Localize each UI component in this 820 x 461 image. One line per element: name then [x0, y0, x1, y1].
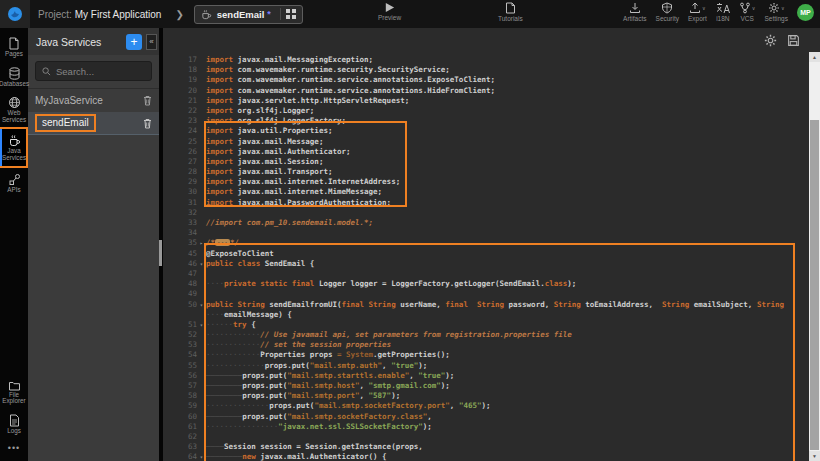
export-button[interactable]: ∨ Export: [688, 2, 707, 22]
fold-marker[interactable]: [197, 289, 206, 299]
tutorials-button[interactable]: Tutorials: [498, 2, 523, 22]
i18n-button[interactable]: i18N: [716, 2, 730, 22]
fold-marker[interactable]: [197, 187, 206, 197]
fold-marker[interactable]: [197, 218, 206, 228]
chevron-down-icon: ∨: [752, 5, 756, 11]
sidebar-item-logs[interactable]: Logs: [0, 409, 28, 439]
fold-marker[interactable]: [197, 361, 206, 371]
scroll-up-arrow[interactable]: ▲: [809, 52, 820, 62]
api-connector-icon: [8, 173, 21, 186]
fold-marker[interactable]: ▾: [197, 452, 206, 461]
fold-marker[interactable]: [197, 381, 206, 391]
fold-marker[interactable]: [197, 422, 206, 432]
fold-marker[interactable]: [197, 350, 206, 360]
vcs-button[interactable]: ∨ VCS: [739, 2, 756, 22]
scroll-down-arrow[interactable]: ▼: [809, 451, 820, 461]
add-java-service-button[interactable]: +: [126, 34, 142, 50]
grid-icon[interactable]: [286, 9, 296, 19]
sidebar-item-file-explorer[interactable]: File Explorer: [0, 375, 28, 409]
preview-button[interactable]: Preview: [378, 2, 401, 21]
sidebar-item-pages[interactable]: Pages: [0, 32, 28, 62]
code-line: 45@ExposeToClient: [163, 249, 809, 259]
code-area[interactable]: 17import javax.mail.MessagingException;1…: [163, 52, 809, 461]
fold-marker[interactable]: [197, 116, 206, 126]
fold-marker[interactable]: [197, 279, 206, 289]
search-input[interactable]: Search...: [35, 61, 152, 81]
trash-icon[interactable]: [143, 95, 152, 106]
fold-marker[interactable]: [197, 401, 206, 411]
settings-button[interactable]: ∨ Settings: [765, 2, 789, 22]
code-text: ────────props.put("mail.smtp.socketFacto…: [206, 412, 432, 422]
fold-marker[interactable]: ▾: [197, 259, 206, 269]
fold-marker[interactable]: [197, 75, 206, 85]
code-text: import javax.mail.internet.InternetAddre…: [206, 177, 400, 187]
code-line: 49: [163, 289, 809, 299]
sidebar-item-web-services[interactable]: Web Services: [0, 91, 28, 127]
code-text: import org.slf4j.Logger;: [206, 106, 314, 116]
vertical-scrollbar[interactable]: ▲ ▼: [809, 52, 820, 461]
fold-marker[interactable]: [197, 147, 206, 157]
code-text: import javax.mail.PasswordAuthentication…: [206, 198, 391, 208]
line-number: 60: [163, 412, 197, 422]
fold-marker[interactable]: [197, 106, 206, 116]
fold-marker[interactable]: [197, 310, 206, 320]
user-avatar[interactable]: MP: [797, 4, 814, 21]
fold-marker[interactable]: [197, 208, 206, 218]
fold-marker[interactable]: [197, 412, 206, 422]
list-item-sendemail[interactable]: sendEmail: [28, 112, 159, 135]
project-label: Project:: [38, 9, 72, 20]
fold-marker[interactable]: ▸: [197, 238, 206, 248]
line-number: 17: [163, 55, 197, 65]
fold-marker[interactable]: [197, 340, 206, 350]
fold-marker[interactable]: [197, 371, 206, 381]
editor-toolbar: [163, 28, 820, 52]
line-number: 63: [163, 442, 197, 452]
sidebar-item-more[interactable]: •••: [0, 439, 28, 461]
fold-marker[interactable]: [197, 157, 206, 167]
fold-marker[interactable]: [197, 432, 206, 442]
code-line: 55·············props.put("mail.smtp.auth…: [163, 361, 809, 371]
database-icon: [8, 67, 21, 80]
resize-handle[interactable]: [159, 240, 162, 266]
topbar: Project: My First Application ❯ sendEmai…: [0, 0, 820, 28]
wavemaker-logo-icon[interactable]: [0, 0, 30, 28]
fold-marker[interactable]: [197, 96, 206, 106]
fold-marker[interactable]: [197, 198, 206, 208]
editor-settings-button[interactable]: [764, 34, 777, 47]
sidebar-item-java-services[interactable]: Java Services: [0, 127, 28, 167]
collapse-panel-button[interactable]: «: [146, 34, 157, 50]
fold-marker[interactable]: [197, 442, 206, 452]
fold-marker[interactable]: [197, 391, 206, 401]
fold-marker[interactable]: ▾: [197, 300, 206, 310]
search-icon: [42, 67, 51, 76]
fold-marker[interactable]: [197, 55, 206, 65]
fold-marker[interactable]: ▾: [197, 320, 206, 330]
artifacts-button[interactable]: Artifacts: [623, 2, 646, 22]
fold-marker[interactable]: [197, 65, 206, 75]
list-item-myjavaservice[interactable]: MyJavaService: [28, 89, 159, 112]
breadcrumb: Project: My First Application: [38, 9, 161, 20]
fold-marker[interactable]: [197, 269, 206, 279]
fold-marker[interactable]: [197, 177, 206, 187]
fold-marker[interactable]: [197, 249, 206, 259]
tab-sendemail[interactable]: sendEmail *: [194, 5, 303, 24]
fold-marker[interactable]: [197, 86, 206, 96]
sidebar-item-apis[interactable]: APIs: [0, 168, 28, 198]
code-line: 47: [163, 269, 809, 279]
code-editor[interactable]: 17import javax.mail.MessagingException;1…: [163, 28, 820, 461]
panel-title: Java Services: [36, 36, 126, 48]
sidebar-item-databases[interactable]: Databases: [0, 62, 28, 92]
download-icon: [629, 2, 641, 14]
security-button[interactable]: Security: [656, 2, 679, 22]
save-button[interactable]: [787, 34, 800, 47]
fold-marker[interactable]: [197, 167, 206, 177]
fold-marker[interactable]: [197, 228, 206, 238]
upload-icon: [689, 2, 701, 14]
trash-icon[interactable]: [143, 118, 152, 129]
fold-marker[interactable]: [197, 126, 206, 136]
fold-marker[interactable]: [197, 330, 206, 340]
scrollbar-thumb[interactable]: [810, 120, 819, 450]
fold-marker[interactable]: [197, 137, 206, 147]
panel-header: Java Services + «: [28, 28, 159, 55]
code-text: ·············props.put("mail.smtp.auth",…: [206, 361, 427, 371]
